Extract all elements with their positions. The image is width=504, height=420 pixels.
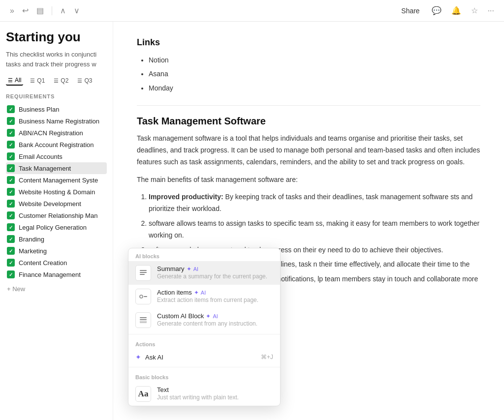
link-item-1[interactable]: Asana: [149, 68, 480, 79]
svg-rect-5: [140, 317, 147, 318]
main-container: Starting you This checklist works in con…: [0, 22, 504, 420]
numbered-item-0: Improved productivity: By keeping track …: [149, 191, 480, 215]
back-icon[interactable]: ↩: [20, 4, 31, 17]
checklist-item-2[interactable]: ABN/ACN Registration: [6, 127, 107, 139]
ask-ai-left: ✦ Ask AI: [135, 353, 163, 361]
checklist-label-8: Website Development: [19, 200, 81, 208]
text-block-icon: Aa: [135, 386, 151, 402]
checklist-label-0: Business Plan: [19, 106, 59, 113]
svg-rect-4: [144, 296, 147, 297]
check-icon-8: [7, 200, 15, 208]
paragraph-2: The main benefits of task management sof…: [137, 174, 480, 186]
check-icon-1: [7, 117, 15, 125]
expand-icon[interactable]: »: [8, 4, 16, 17]
checklist-label-14: Finance Management: [19, 271, 81, 278]
check-icon-10: [7, 223, 15, 231]
checklist-item-10[interactable]: Legal Policy Generation: [6, 221, 107, 233]
checklist-label-6: Content Management Syste: [19, 177, 98, 184]
ask-ai-item[interactable]: ✦ Ask AI ⌘+J: [128, 349, 280, 365]
checklist-item-8[interactable]: Website Development: [6, 198, 107, 210]
checklist-item-1[interactable]: Business Name Registration: [6, 115, 107, 127]
check-icon-2: [7, 129, 15, 137]
action-items-desc: Extract action items from current page.: [157, 297, 273, 303]
checklist-label-4: Email Accounts: [19, 153, 63, 160]
custom-ai-icon: [135, 312, 151, 328]
more-icon[interactable]: ···: [486, 4, 496, 17]
check-icon-4: [7, 152, 15, 160]
check-icon-9: [7, 211, 15, 219]
action-ai-star: ✦: [194, 289, 199, 296]
link-item-0[interactable]: Notion: [149, 55, 480, 65]
requirements-label: REQUIREMENTS: [6, 93, 107, 99]
text-aa-icon: Aa: [138, 389, 149, 399]
filter-icon-q3: ☰: [77, 78, 82, 84]
comment-icon[interactable]: 💬: [430, 4, 443, 17]
checklist-container: Business PlanBusiness Name RegistrationA…: [6, 103, 107, 280]
checklist-label-5: Task Management: [19, 165, 71, 172]
filter-tab-q3[interactable]: ☰Q3: [75, 76, 94, 85]
text-block-text: Text Just start writing with plain text.: [157, 386, 273, 401]
checklist-item-12[interactable]: Marketing: [6, 245, 107, 257]
checklist-label-11: Branding: [19, 236, 44, 243]
nav-down-icon[interactable]: ∨: [72, 4, 82, 17]
nav-up-icon[interactable]: ∧: [58, 4, 68, 17]
svg-rect-6: [140, 319, 147, 320]
custom-ai-popup-item[interactable]: Custom AI Block ✦ AI Generate content fr…: [128, 308, 280, 332]
ask-ai-label: Ask AI: [145, 354, 163, 361]
checklist-item-0[interactable]: Business Plan: [6, 103, 107, 115]
check-icon-11: [7, 235, 15, 243]
page-title: Starting you: [6, 30, 107, 45]
check-icon-13: [7, 259, 15, 267]
checklist-item-4[interactable]: Email Accounts: [6, 150, 107, 162]
checklist-label-2: ABN/ACN Registration: [19, 129, 83, 137]
svg-rect-8: [140, 321, 147, 323]
basic-blocks-label: Basic blocks: [128, 369, 280, 382]
checklist-item-11[interactable]: Branding: [6, 233, 107, 245]
star-icon[interactable]: ☆: [469, 4, 480, 17]
text-block-desc: Just start writing with plain text.: [157, 394, 273, 401]
new-item-button[interactable]: + New: [6, 282, 107, 296]
summary-ai-star: ✦: [187, 266, 191, 272]
filter-tab-q1[interactable]: ☰Q1: [28, 76, 47, 85]
sidebar: Starting you This checklist works in con…: [0, 22, 113, 420]
summary-popup-item[interactable]: Summary ✦ AI Generate a summary for the …: [128, 261, 280, 285]
bell-icon[interactable]: 🔔: [449, 4, 463, 17]
share-button[interactable]: Share: [397, 5, 423, 17]
check-icon-12: [7, 247, 15, 255]
checklist-item-6[interactable]: Content Management Syste: [6, 174, 107, 186]
custom-ai-badge: AI: [213, 313, 218, 319]
checklist-item-13[interactable]: Content Creation: [6, 257, 107, 269]
popup-divider-2: [128, 367, 280, 367]
checklist-label-12: Marketing: [19, 247, 47, 255]
checklist-item-3[interactable]: Bank Account Registration: [6, 139, 107, 150]
checklist-item-9[interactable]: Customer Relationship Man: [6, 210, 107, 221]
action-items-popup-item[interactable]: Action items ✦ AI Extract action items f…: [128, 285, 280, 308]
text-block-item[interactable]: Aa Text Just start writing with plain te…: [128, 382, 280, 406]
summary-title: Summary ✦ AI: [157, 265, 273, 272]
summary-desc: Generate a summary for the current page.: [157, 273, 273, 280]
links-heading: Links: [137, 37, 480, 48]
filter-icon-all: ☰: [8, 77, 13, 84]
toolbar-right: Share 💬 🔔 ☆ ···: [397, 4, 496, 17]
svg-rect-1: [140, 272, 147, 273]
ai-blocks-label: AI blocks: [128, 248, 280, 261]
check-icon-6: [7, 176, 15, 184]
filter-icon-q1: ☰: [30, 78, 35, 84]
paragraph-1: Task management software is a tool that …: [137, 133, 480, 168]
checklist-label-1: Business Name Registration: [19, 118, 99, 125]
custom-ai-text: Custom AI Block ✦ AI Generate content fr…: [157, 312, 273, 327]
sidebar-toggle-icon[interactable]: ▤: [34, 4, 46, 17]
ask-ai-shortcut: ⌘+J: [261, 354, 273, 360]
text-block-title: Text: [157, 386, 273, 393]
action-items-text: Action items ✦ AI Extract action items f…: [157, 289, 273, 303]
filter-tab-q2[interactable]: ☰Q2: [52, 76, 70, 85]
filter-tab-all[interactable]: ☰All: [6, 76, 23, 86]
link-item-2[interactable]: Monday: [149, 83, 480, 93]
summary-text: Summary ✦ AI Generate a summary for the …: [157, 265, 273, 280]
checklist-item-5[interactable]: Task Management: [6, 162, 107, 174]
checklist-item-14[interactable]: Finance Management: [6, 269, 107, 280]
checklist-item-7[interactable]: Website Hosting & Domain: [6, 186, 107, 198]
toolbar-divider: [52, 6, 52, 15]
check-icon-7: [7, 188, 15, 196]
ai-blocks-popup: AI blocks Summary ✦ AI Genera: [128, 248, 281, 406]
